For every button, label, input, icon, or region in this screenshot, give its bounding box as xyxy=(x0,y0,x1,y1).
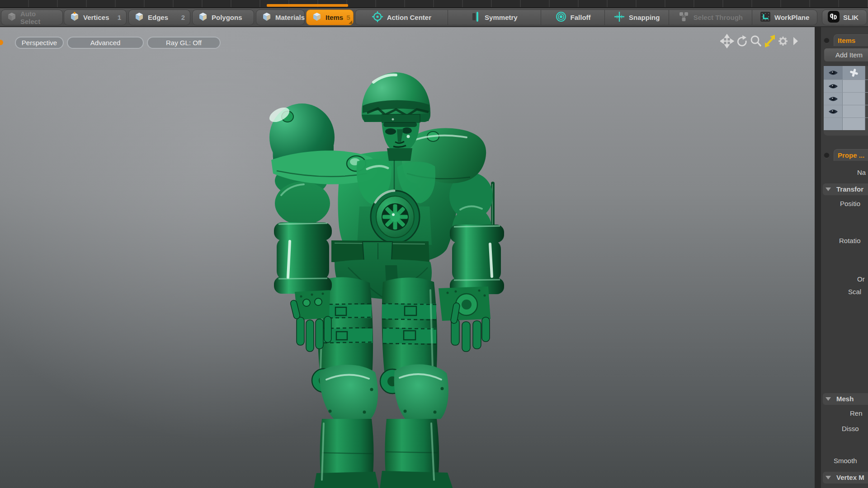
rotate-icon[interactable] xyxy=(738,35,746,46)
button-label: Snapping xyxy=(629,14,660,21)
vertices-button[interactable]: Vertices 1 xyxy=(64,9,127,25)
button-label: Action Center xyxy=(387,14,431,21)
snapping-button[interactable]: Snapping xyxy=(605,10,669,25)
item-list xyxy=(824,66,868,136)
action-center-button[interactable]: Action Center xyxy=(355,10,448,25)
workplane-button[interactable]: WorkPlane xyxy=(752,10,817,25)
pill-label: Perspective xyxy=(22,39,57,47)
symmetry-button[interactable]: Symmetry xyxy=(448,10,542,25)
slik-button[interactable]: SLIK xyxy=(822,9,867,25)
popup-fold xyxy=(349,20,352,24)
panel-divider[interactable] xyxy=(815,27,821,488)
target-icon xyxy=(372,11,383,24)
tool-group-bar: Action Center Symmetry Falloff Snapping … xyxy=(355,9,817,25)
item-row[interactable] xyxy=(824,80,868,92)
zoom-icon[interactable] xyxy=(751,36,761,46)
expand-icon[interactable] xyxy=(793,37,798,45)
item-list-header xyxy=(824,66,868,80)
eye-icon[interactable] xyxy=(824,93,843,105)
polygons-button[interactable]: Polygons xyxy=(192,9,254,25)
viewport-canvas[interactable]: Perspective Advanced Ray GL: Off xyxy=(0,27,815,488)
right-panel: Items Add Item xyxy=(821,27,868,488)
item-cell[interactable] xyxy=(843,93,865,105)
main-toolbar: Auto Select Vertices 1 Edges 2 Polygons … xyxy=(0,8,868,27)
cube-icon xyxy=(261,11,272,23)
item-row[interactable] xyxy=(824,92,868,105)
panel-knob[interactable] xyxy=(824,38,830,44)
field-label-render: Ren xyxy=(850,409,863,417)
items-button[interactable]: Items 5 xyxy=(306,9,354,25)
group-label-mesh: Mesh xyxy=(836,395,854,403)
field-label-name: Na xyxy=(857,169,866,176)
auto-select-button[interactable]: Auto Select xyxy=(1,9,63,25)
field-label-order: Or xyxy=(857,275,865,283)
pill-label: Advanced xyxy=(90,39,121,47)
button-label: Select Through xyxy=(693,14,743,21)
cube-icon xyxy=(69,11,80,23)
crosshair-icon xyxy=(613,11,625,24)
item-cell[interactable] xyxy=(843,105,865,117)
field-label-scale: Scal xyxy=(848,288,861,296)
cube-icon xyxy=(311,11,322,23)
item-cell[interactable] xyxy=(843,80,865,92)
advanced-button[interactable]: Advanced xyxy=(67,37,144,49)
workplane-grid-icon xyxy=(760,11,771,23)
panel-knob[interactable] xyxy=(824,153,830,159)
eye-icon[interactable] xyxy=(824,80,843,92)
button-label: Items xyxy=(326,14,343,21)
group-label-transform: Transfor xyxy=(836,185,863,193)
perspective-button[interactable]: Perspective xyxy=(15,37,64,49)
viewport-nav-controls xyxy=(720,33,811,51)
tab-label: Items xyxy=(838,37,855,44)
select-through-button[interactable]: Select Through xyxy=(669,10,753,25)
button-label: Symmetry xyxy=(485,14,518,21)
concentric-circles-icon xyxy=(555,11,567,24)
field-label-smoothing: Smooth xyxy=(834,457,857,465)
cube-icon xyxy=(134,11,145,23)
add-item-button[interactable]: Add Item xyxy=(824,48,868,62)
pill-label: Ray GL: Off xyxy=(166,39,202,47)
field-label-position: Positio xyxy=(840,200,860,207)
settings-icon[interactable] xyxy=(778,37,788,46)
falloff-button[interactable]: Falloff xyxy=(541,10,605,25)
button-label: SLIK xyxy=(843,14,859,21)
button-label: Materials xyxy=(275,14,305,21)
chevron-down-icon[interactable] xyxy=(826,476,831,479)
cube-cluster-icon xyxy=(678,11,690,24)
mode-badge: 2 xyxy=(181,14,185,21)
button-label: Vertices xyxy=(83,14,109,21)
cube-icon xyxy=(198,11,208,23)
eye-icon[interactable] xyxy=(824,66,843,80)
edges-button[interactable]: Edges 2 xyxy=(128,9,190,25)
layout-tab-strip[interactable] xyxy=(0,0,868,8)
add-icon[interactable] xyxy=(843,66,865,80)
pan-icon[interactable] xyxy=(721,35,733,47)
group-label-vertex-map: Vertex M xyxy=(836,474,864,481)
item-row[interactable] xyxy=(824,105,868,117)
button-label: WorkPlane xyxy=(774,14,809,21)
button-label: Falloff xyxy=(571,14,591,21)
chevron-down-icon[interactable] xyxy=(826,397,831,401)
materials-button[interactable]: Materials xyxy=(256,9,305,25)
field-label-dissolve: Disso xyxy=(842,425,859,432)
button-label: Add Item xyxy=(835,51,863,59)
eye-icon[interactable] xyxy=(824,105,843,117)
button-label: Auto Select xyxy=(20,10,57,25)
slik-logo xyxy=(827,10,840,24)
button-label: Edges xyxy=(148,14,168,21)
field-label-rotation: Rotatio xyxy=(839,237,861,244)
symmetry-bar-icon xyxy=(471,11,481,24)
item-row-empty[interactable] xyxy=(824,117,868,130)
cube-icon xyxy=(6,11,17,23)
raygl-button[interactable]: Ray GL: Off xyxy=(147,37,221,49)
model-soldier xyxy=(0,27,815,488)
tab-label: Prope ... xyxy=(838,151,864,159)
tab-items[interactable]: Items xyxy=(834,34,868,46)
chevron-down-icon[interactable] xyxy=(826,188,831,191)
maximize-icon[interactable] xyxy=(765,35,775,47)
button-label: Polygons xyxy=(212,14,242,21)
mode-badge: 1 xyxy=(118,14,121,21)
tab-properties[interactable]: Prope ... xyxy=(834,149,868,161)
active-tab-underline xyxy=(267,4,348,7)
